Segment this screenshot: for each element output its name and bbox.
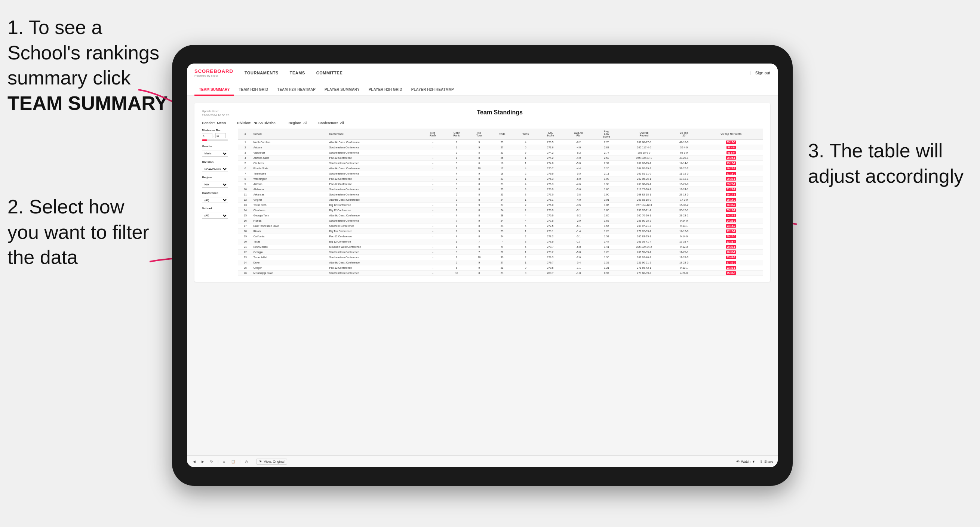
table-cell: 1.98 (593, 182, 620, 187)
filter-region: Region: All (289, 121, 307, 125)
table-cell: 277.5 (537, 224, 563, 229)
table-cell: Washington (252, 176, 328, 182)
table-cell: 221 90-51-2 (620, 260, 668, 265)
table-cell: 1.63 (593, 218, 620, 224)
nav-tournaments[interactable]: TOURNAMENTS (245, 69, 278, 77)
table-cell: 23 (238, 255, 252, 260)
table-cell: 26 (238, 271, 252, 276)
table-cell: - (421, 166, 445, 171)
toolbar-copy[interactable]: 📋 (229, 459, 237, 464)
toolbar-back[interactable]: ◀ (191, 459, 197, 464)
table-cell: 10 (445, 271, 468, 276)
table-cell: 39-20-1 (699, 176, 763, 182)
toolbar-refresh[interactable]: ↻ (208, 459, 215, 464)
col-school: School (252, 129, 328, 140)
table-cell: 271 82-03-1 (620, 229, 668, 234)
table-cell: 2.20 (593, 166, 620, 171)
tab-team-h2h-grid[interactable]: TEAM H2H GRID (234, 87, 272, 96)
table-cell: 69-6-0 (668, 150, 700, 156)
table-cell: Duke (252, 260, 328, 265)
table-cell: Southeastern Conference (328, 255, 422, 260)
table-cell: 269 92-40-3 (620, 255, 668, 260)
table-cell: 1.28 (593, 229, 620, 234)
filter-gender-select[interactable]: Men's (202, 151, 228, 157)
toolbar-forward[interactable]: ▶ (200, 459, 206, 464)
view-icon: 👁 (259, 460, 262, 464)
nav-teams[interactable]: TEAMS (290, 69, 305, 77)
table-cell: 2.70 (593, 140, 620, 145)
toolbar-sep3: | (252, 460, 253, 464)
table-cell: 275.7 (537, 166, 563, 171)
table-cell: 8 (468, 224, 490, 229)
toolbar-timer[interactable]: ◷ (243, 459, 250, 464)
table-cell: 1 (238, 140, 252, 145)
view-label: View: Original (264, 460, 284, 464)
nav-committee[interactable]: COMMITTEE (316, 69, 343, 77)
table-cell: 8 (468, 213, 490, 218)
table-cell: 11-19-0 (668, 171, 700, 176)
filter-rank-inputs[interactable]: - (202, 133, 234, 138)
table-cell: 24 (490, 197, 514, 203)
table-cell: 21 (490, 250, 514, 255)
view-original-button[interactable]: 👁 View: Original (256, 459, 287, 465)
table-cell: -6.0 (563, 176, 594, 182)
table-cell: - (421, 161, 445, 166)
tab-player-h2h-grid[interactable]: PLAYER H2H GRID (364, 87, 407, 96)
table-row: 19CaliforniaPac-12 Conference-48242278.2… (238, 234, 763, 239)
table-cell: 3 (445, 197, 468, 203)
table-cell: 33-38-4 (699, 239, 763, 244)
table-cell: Mississippi State (252, 271, 328, 276)
content-area: Update time: 27/03/2024 16:56:26 Team St… (187, 96, 778, 455)
card-header: Update time: 27/03/2024 16:56:26 Team St… (202, 109, 763, 117)
table-cell: 9-19-1 (668, 265, 700, 271)
table-cell: 235 109-24-2 (620, 244, 668, 250)
col-no-tour: NoTour (468, 129, 490, 140)
table-cell: 4-21-0 (668, 271, 700, 276)
table-cell: Southeastern Conference (328, 171, 422, 176)
table-cell: 1 (445, 156, 468, 161)
filter-row: Gender: Men's Division: NCAA Division I … (202, 121, 763, 125)
app-navbar: SCOREBOARD Powered by clippi TOURNAMENTS… (187, 63, 778, 82)
table-cell: 4 (445, 171, 468, 176)
table-cell: Big 12 Conference (328, 239, 422, 244)
toolbar-home[interactable]: ⌂ (221, 459, 226, 464)
table-cell: 27-17-1 (699, 229, 763, 234)
table-cell: 18 (238, 229, 252, 234)
table-cell: 1 (445, 140, 468, 145)
table-cell: 262 63-15-1 (620, 161, 668, 166)
table-row: 15Georgia TechAtlantic Coast Conference-… (238, 213, 763, 218)
table-cell: Ole Miss (252, 161, 328, 166)
table-cell: 23-33-1 (699, 265, 763, 271)
table-cell: 2 (445, 166, 468, 171)
tab-team-summary[interactable]: TEAM SUMMARY (194, 87, 234, 96)
table-cell: 10 (238, 187, 252, 192)
share-button[interactable]: ⇪ Share (760, 460, 773, 464)
table-cell: -5.1 (563, 234, 594, 239)
watch-button[interactable]: 👁 Watch ▼ (736, 460, 755, 464)
table-cell: 2 (445, 208, 468, 213)
table-cell: 23-13-0 (668, 192, 700, 197)
table-cell: -2.0 (563, 255, 594, 260)
table-cell: 8 (468, 182, 490, 187)
table-cell: -3.1 (563, 208, 594, 213)
nav-divider: | (751, 71, 751, 75)
filter-region-select[interactable]: N/A (202, 182, 228, 187)
filter-gender: Gender: Men's (202, 121, 226, 125)
filter-division-select[interactable]: NCAA Division I (202, 166, 228, 172)
table-row: 6Florida StateAtlantic Coast Conference-… (238, 166, 763, 171)
filter-conference-select[interactable]: (All) (202, 197, 228, 203)
table-cell: 29-20-1 (699, 244, 763, 250)
tab-player-h2h-heatmap[interactable]: PLAYER H2H HEATMAP (407, 87, 458, 96)
sign-out-button[interactable]: Sign out (755, 71, 770, 75)
table-cell: 23 (490, 150, 514, 156)
table-cell: 36-17-1 (699, 192, 763, 197)
filter-rank-to[interactable] (215, 133, 226, 138)
tab-player-summary[interactable]: PLAYER SUMMARY (320, 87, 364, 96)
table-cell: 2.52 (593, 156, 620, 161)
range-slider[interactable] (202, 140, 228, 141)
filter-rank-from[interactable] (202, 133, 212, 138)
table-cell: 7 (445, 218, 468, 224)
tab-team-h2h-heatmap[interactable]: TEAM H2H HEATMAP (272, 87, 320, 96)
table-cell: 5 (514, 224, 537, 229)
filter-school-select[interactable]: (All) (202, 213, 228, 219)
